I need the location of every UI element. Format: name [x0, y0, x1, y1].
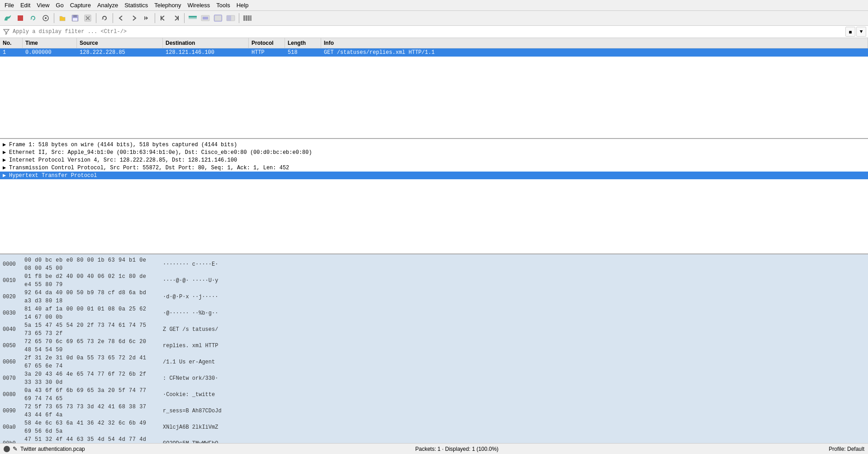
close-file-button[interactable]: [82, 12, 94, 24]
hex-row-0070: 0070 3a 20 43 46 4e 65 74 77 6f 72 6b 2f…: [0, 370, 868, 387]
restart-capture-button[interactable]: [27, 12, 39, 24]
hex-row-00a0: 00a0 58 4e 6c 63 6a 41 36 42 32 6c 6b 49…: [0, 419, 868, 435]
detail-text-ip: Internet Protocol Version 4, Src: 128.22…: [9, 157, 237, 163]
hex-row-0050: 0050 72 65 70 6c 69 65 73 2e 78 6d 6c 20…: [0, 338, 868, 354]
packet-source: 128.222.228.85: [77, 48, 163, 57]
separator-6: [239, 13, 239, 23]
menu-view[interactable]: View: [34, 1, 52, 10]
menu-telephony[interactable]: Telephony: [152, 1, 184, 10]
filter-input[interactable]: [11, 28, 845, 36]
save-file-button[interactable]: [69, 12, 81, 24]
zoom-out-button[interactable]: [212, 12, 224, 24]
svg-rect-19: [243, 15, 245, 21]
edit-icon: ✎: [13, 445, 18, 452]
toolbar: [0, 11, 868, 26]
menu-help[interactable]: Help: [234, 1, 251, 10]
svg-rect-0: [18, 15, 23, 21]
prev-packet-button[interactable]: [157, 12, 169, 24]
hex-row-0080: 0080 0a 43 6f 6f 6b 69 65 3a 20 5f 74 77…: [0, 387, 868, 403]
menu-file[interactable]: File: [2, 1, 17, 10]
open-file-button[interactable]: [57, 12, 68, 24]
detail-row-ethernet[interactable]: ▶ Ethernet II, Src: Apple_94:b1:0e (00:1…: [0, 148, 868, 156]
expand-arrow-tcp: ▶: [3, 164, 9, 171]
hex-row-0020: 0020 92 64 da 40 00 50 b9 78 cf d8 6a bd…: [0, 289, 868, 305]
menu-capture[interactable]: Capture: [67, 1, 94, 10]
hex-row-0030: 0030 81 40 af 1a 00 00 01 01 08 0a 25 62…: [0, 305, 868, 321]
detail-row-ip[interactable]: ▶ Internet Protocol Version 4, Src: 128.…: [0, 156, 868, 164]
hex-row-0090: 0090 72 5f 73 65 73 73 3d 42 41 68 38 37…: [0, 403, 868, 419]
header-time: Time: [23, 38, 77, 48]
separator-1: [54, 13, 54, 23]
go-forward-button[interactable]: [128, 12, 140, 24]
filterbar: ◼ ▼: [0, 26, 868, 38]
header-no: No.: [0, 38, 23, 48]
detail-text-frame: Frame 1: 518 bytes on wire (4144 bits), …: [9, 142, 237, 148]
svg-rect-18: [227, 15, 231, 21]
packet-info: GET /statuses/replies.xml HTTP/1.1: [321, 48, 868, 57]
packet-list-empty-space: [0, 57, 868, 138]
detail-text-ethernet: Ethernet II, Src: Apple_94:b1:0e (00:1b:…: [9, 149, 312, 156]
zoom-in-button[interactable]: [199, 12, 211, 24]
separator-3: [113, 13, 113, 23]
separator-4: [155, 13, 155, 23]
go-to-packet-button[interactable]: [141, 12, 152, 24]
header-protocol: Protocol: [249, 38, 285, 48]
next-packet-button[interactable]: [170, 12, 182, 24]
menu-wireless[interactable]: Wireless: [185, 1, 213, 10]
packet-row[interactable]: 1 0.000000 128.222.228.85 128.121.146.10…: [0, 48, 868, 57]
capture-options-button[interactable]: [40, 12, 52, 24]
svg-rect-5: [73, 18, 77, 21]
hex-row-00b0: 00b0 47 51 32 4f 44 63 35 4d 54 4d 77 4d…: [0, 435, 868, 443]
header-destination: Destination: [163, 38, 249, 48]
profile-label: Profile: Default: [829, 446, 864, 452]
filter-icon: [2, 27, 11, 36]
detail-row-tcp[interactable]: ▶ Transmission Control Protocol, Src Por…: [0, 164, 868, 172]
hex-row-0010: 0010 01 f8 be d2 40 00 40 06 02 1c 80 de…: [0, 272, 868, 289]
detail-text-tcp: Transmission Control Protocol, Src Port:…: [9, 165, 289, 171]
svg-rect-11: [189, 16, 197, 18]
menu-edit[interactable]: Edit: [18, 1, 33, 10]
menu-tools[interactable]: Tools: [213, 1, 232, 10]
expand-arrow-ethernet: ▶: [3, 149, 9, 156]
svg-rect-20: [246, 15, 247, 21]
column-prefs-button[interactable]: [242, 12, 253, 24]
go-back-button[interactable]: [115, 12, 127, 24]
menu-analyze[interactable]: Analyze: [95, 1, 121, 10]
packet-list-header: No. Time Source Destination Protocol Len…: [0, 38, 868, 48]
detail-empty-space: [0, 179, 868, 252]
packet-time: 0.000000: [23, 48, 77, 57]
hex-dump-pane[interactable]: 0000 00 d0 bc eb e0 80 00 1b 63 94 b1 0e…: [0, 254, 868, 443]
separator-5: [184, 13, 185, 23]
main-content: No. Time Source Destination Protocol Len…: [0, 38, 868, 443]
svg-rect-14: [203, 17, 208, 19]
detail-row-frame[interactable]: ▶ Frame 1: 518 bytes on wire (4144 bits)…: [0, 141, 868, 148]
separator-2: [96, 13, 96, 23]
header-source: Source: [77, 38, 163, 48]
statusbar: ✎ Twitter authentication.pcap Packets: 1…: [0, 443, 868, 454]
statusbar-left: ✎ Twitter authentication.pcap: [4, 445, 85, 452]
packet-stats: Packets: 1 · Displayed: 1 (100.0%): [415, 446, 498, 452]
expand-arrow-ip: ▶: [3, 157, 9, 163]
stop-capture-button[interactable]: [14, 12, 26, 24]
hex-row-0060: 0060 2f 31 2e 31 0d 0a 55 73 65 72 2d 41…: [0, 354, 868, 370]
filter-clear-button[interactable]: ◼: [845, 27, 855, 37]
resize-columns-button[interactable]: [225, 12, 237, 24]
menu-go[interactable]: Go: [53, 1, 66, 10]
colorize-button[interactable]: [187, 12, 199, 24]
start-capture-button[interactable]: [2, 12, 14, 24]
reload-file-button[interactable]: [99, 12, 110, 24]
packet-detail-pane: ▶ Frame 1: 518 bytes on wire (4144 bits)…: [0, 139, 868, 254]
expand-arrow-http: ▶: [3, 172, 9, 179]
packet-no: 1: [0, 48, 23, 57]
svg-rect-22: [250, 15, 251, 21]
packet-list-pane: No. Time Source Destination Protocol Len…: [0, 38, 868, 139]
header-length: Length: [285, 38, 321, 48]
packet-destination: 128.121.146.100: [163, 48, 249, 57]
menu-statistics[interactable]: Statistics: [122, 1, 151, 10]
svg-rect-12: [189, 18, 197, 19]
filter-dropdown-button[interactable]: ▼: [856, 27, 866, 37]
hex-row-0040: 0040 5a 15 47 45 54 20 2f 73 74 61 74 75…: [0, 321, 868, 338]
detail-row-http[interactable]: ▶ Hypertext Transfer Protocol: [0, 172, 868, 179]
svg-rect-21: [248, 15, 250, 21]
svg-rect-15: [214, 15, 222, 21]
